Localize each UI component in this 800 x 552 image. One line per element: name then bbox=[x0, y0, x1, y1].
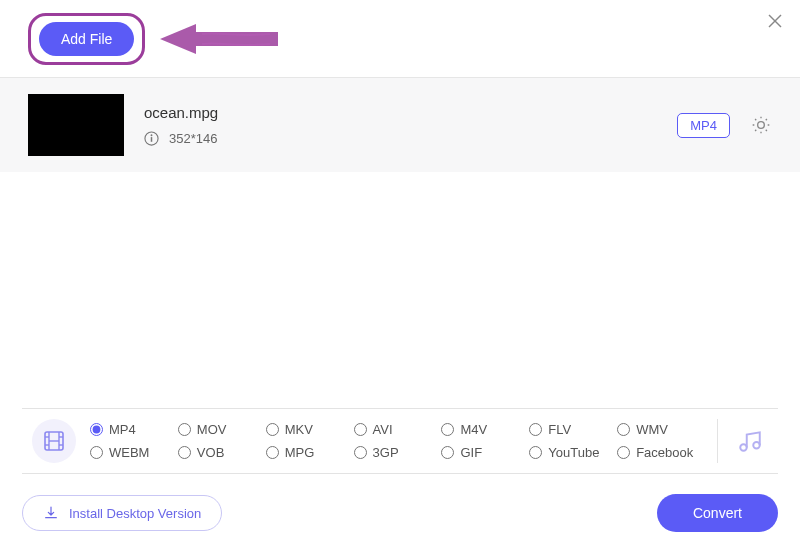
svg-marker-0 bbox=[160, 24, 278, 54]
format-label: FLV bbox=[548, 422, 571, 437]
format-label: MPG bbox=[285, 445, 315, 460]
format-option-webm[interactable]: WEBM bbox=[90, 445, 176, 460]
format-option-m4v[interactable]: M4V bbox=[441, 422, 527, 437]
audio-category-button[interactable] bbox=[732, 423, 768, 459]
gear-icon bbox=[751, 115, 771, 135]
format-option-mov[interactable]: MOV bbox=[178, 422, 264, 437]
format-label: VOB bbox=[197, 445, 224, 460]
format-option-avi[interactable]: AVI bbox=[354, 422, 440, 437]
file-meta: ocean.mpg 352*146 bbox=[144, 104, 218, 146]
format-label: MOV bbox=[197, 422, 227, 437]
file-name-label: ocean.mpg bbox=[144, 104, 218, 121]
format-radio-vob[interactable] bbox=[178, 446, 191, 459]
format-option-facebook[interactable]: Facebook bbox=[617, 445, 703, 460]
video-category-button[interactable] bbox=[32, 419, 76, 463]
format-label: Facebook bbox=[636, 445, 693, 460]
info-icon bbox=[144, 131, 159, 146]
panel-divider bbox=[717, 419, 718, 463]
install-desktop-button[interactable]: Install Desktop Version bbox=[22, 495, 222, 531]
top-toolbar: Add File bbox=[0, 0, 800, 78]
format-label: 3GP bbox=[373, 445, 399, 460]
settings-button[interactable] bbox=[750, 114, 772, 136]
format-radio-webm[interactable] bbox=[90, 446, 103, 459]
file-list: ocean.mpg 352*146 MP4 bbox=[0, 78, 800, 172]
convert-button[interactable]: Convert bbox=[657, 494, 778, 532]
format-option-youtube[interactable]: YouTube bbox=[529, 445, 615, 460]
format-label: GIF bbox=[460, 445, 482, 460]
format-label: M4V bbox=[460, 422, 487, 437]
format-grid: MP4MOVMKVAVIM4VFLVWMVWEBMVOBMPG3GPGIFYou… bbox=[90, 422, 703, 460]
format-radio-avi[interactable] bbox=[354, 423, 367, 436]
format-label: YouTube bbox=[548, 445, 599, 460]
format-radio-gif[interactable] bbox=[441, 446, 454, 459]
close-button[interactable] bbox=[764, 10, 786, 32]
bottom-bar: Install Desktop Version Convert bbox=[22, 494, 778, 532]
arrow-annotation-icon bbox=[160, 22, 280, 56]
format-radio-youtube[interactable] bbox=[529, 446, 542, 459]
format-label: AVI bbox=[373, 422, 393, 437]
format-radio-wmv[interactable] bbox=[617, 423, 630, 436]
format-radio-mov[interactable] bbox=[178, 423, 191, 436]
format-label: MKV bbox=[285, 422, 313, 437]
download-icon bbox=[43, 505, 59, 521]
format-radio-mpg[interactable] bbox=[266, 446, 279, 459]
film-icon bbox=[42, 429, 66, 453]
add-file-button[interactable]: Add File bbox=[39, 22, 134, 56]
install-desktop-label: Install Desktop Version bbox=[69, 506, 201, 521]
format-label: MP4 bbox=[109, 422, 136, 437]
format-panel: MP4MOVMKVAVIM4VFLVWMVWEBMVOBMPG3GPGIFYou… bbox=[22, 408, 778, 474]
format-radio-facebook[interactable] bbox=[617, 446, 630, 459]
format-radio-mkv[interactable] bbox=[266, 423, 279, 436]
format-option-gif[interactable]: GIF bbox=[441, 445, 527, 460]
format-option-vob[interactable]: VOB bbox=[178, 445, 264, 460]
video-thumbnail bbox=[28, 94, 124, 156]
svg-rect-5 bbox=[151, 137, 153, 142]
format-radio-m4v[interactable] bbox=[441, 423, 454, 436]
format-label: WMV bbox=[636, 422, 668, 437]
format-radio-mp4[interactable] bbox=[90, 423, 103, 436]
svg-point-4 bbox=[151, 134, 153, 136]
format-label: WEBM bbox=[109, 445, 149, 460]
output-format-button[interactable]: MP4 bbox=[677, 113, 730, 138]
format-option-flv[interactable]: FLV bbox=[529, 422, 615, 437]
file-resolution-label: 352*146 bbox=[169, 131, 217, 146]
add-file-highlight: Add File bbox=[28, 13, 145, 65]
file-info-row: 352*146 bbox=[144, 131, 218, 146]
music-icon bbox=[737, 428, 763, 454]
format-option-mp4[interactable]: MP4 bbox=[90, 422, 176, 437]
format-option-mpg[interactable]: MPG bbox=[266, 445, 352, 460]
file-row: ocean.mpg 352*146 MP4 bbox=[0, 78, 800, 172]
format-option-3gp[interactable]: 3GP bbox=[354, 445, 440, 460]
format-option-wmv[interactable]: WMV bbox=[617, 422, 703, 437]
format-radio-3gp[interactable] bbox=[354, 446, 367, 459]
format-radio-flv[interactable] bbox=[529, 423, 542, 436]
format-option-mkv[interactable]: MKV bbox=[266, 422, 352, 437]
close-icon bbox=[767, 13, 783, 29]
